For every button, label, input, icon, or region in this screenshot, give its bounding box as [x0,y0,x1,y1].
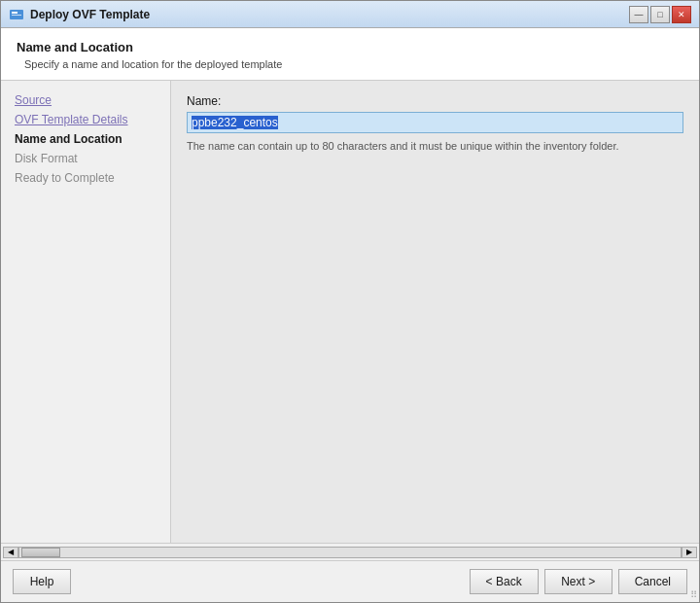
sidebar-item-name-and-location: Name and Location [1,129,170,149]
scrollbar-area: ◀ ▶ [1,543,699,560]
scroll-left-button[interactable]: ◀ [3,547,18,558]
sidebar-item-source[interactable]: Source [1,90,170,110]
svg-rect-2 [12,15,21,16]
navigation-buttons: < Back Next > Cancel [470,569,687,594]
name-field-hint: The name can contain up to 80 characters… [187,139,683,154]
header-subtitle: Specify a name and location for the depl… [24,58,683,70]
horizontal-scrollbar[interactable] [18,547,682,558]
window-controls: — □ ✕ [629,6,691,23]
maximize-button[interactable]: □ [650,6,670,23]
sidebar-item-disk-format: Disk Format [1,149,170,168]
scroll-right-button[interactable]: ▶ [682,547,697,558]
window-title: Deploy OVF Template [30,8,629,21]
sidebar-item-ready-to-complete: Ready to Complete [1,168,170,188]
cancel-button[interactable]: Cancel [618,569,687,594]
bottom-wrapper: Help < Back Next > Cancel ⠿ [1,560,699,602]
next-button[interactable]: Next > [544,569,612,594]
scrollbar-thumb[interactable] [21,548,60,557]
bottom-bar: Help < Back Next > Cancel [1,560,699,602]
header-title: Name and Location [17,40,683,54]
back-button[interactable]: < Back [470,569,539,594]
help-button[interactable]: Help [13,569,71,594]
name-field-label: Name: [187,94,683,108]
main-window: Deploy OVF Template — □ ✕ Name and Locat… [0,0,700,603]
main-panel: Name: The name can contain up to 80 char… [171,81,699,543]
content-area: Source OVF Template Details Name and Loc… [1,81,699,543]
title-bar: Deploy OVF Template — □ ✕ [1,1,699,28]
svg-rect-1 [12,12,18,14]
sidebar: Source OVF Template Details Name and Loc… [1,81,171,543]
minimize-button[interactable]: — [629,6,648,23]
close-button[interactable]: ✕ [672,6,691,23]
resize-grip: ⠿ [690,589,697,600]
sidebar-item-ovf-template-details[interactable]: OVF Template Details [1,110,170,129]
header-section: Name and Location Specify a name and loc… [1,28,699,81]
name-input[interactable] [187,112,683,133]
window-icon [9,7,24,22]
